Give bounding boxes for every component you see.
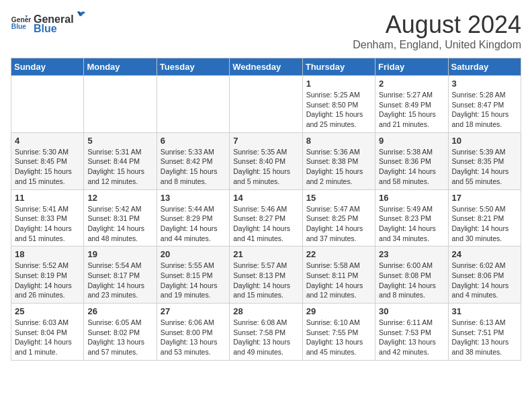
- day-number: 24: [452, 249, 517, 259]
- day-cell-text: Sunrise: 5:38 AM Sunset: 8:36 PM Dayligh…: [379, 147, 444, 187]
- day-cell: 21Sunrise: 5:57 AM Sunset: 8:13 PM Dayli…: [230, 246, 302, 304]
- title-area: August 2024 Denham, England, United King…: [353, 11, 521, 51]
- day-cell: 2Sunrise: 5:27 AM Sunset: 8:49 PM Daylig…: [375, 76, 448, 133]
- day-cell: 1Sunrise: 5:25 AM Sunset: 8:50 PM Daylig…: [302, 76, 375, 133]
- day-number: 5: [87, 136, 152, 146]
- day-cell: 23Sunrise: 6:00 AM Sunset: 8:08 PM Dayli…: [375, 246, 448, 304]
- day-number: 31: [452, 306, 517, 316]
- svg-text:Blue: Blue: [11, 23, 26, 30]
- day-cell: 17Sunrise: 5:50 AM Sunset: 8:21 PM Dayli…: [448, 189, 521, 246]
- day-cell-text: Sunrise: 5:25 AM Sunset: 8:50 PM Dayligh…: [306, 90, 371, 130]
- logo-blue-text: Blue: [34, 23, 57, 34]
- day-cell-text: Sunrise: 6:08 AM Sunset: 7:58 PM Dayligh…: [233, 318, 298, 357]
- day-cell: 27Sunrise: 6:06 AM Sunset: 8:00 PM Dayli…: [157, 304, 229, 361]
- day-cell: 4Sunrise: 5:30 AM Sunset: 8:45 PM Daylig…: [11, 132, 84, 189]
- day-cell: 15Sunrise: 5:47 AM Sunset: 8:25 PM Dayli…: [302, 189, 375, 246]
- day-number: 19: [87, 249, 152, 259]
- logo-bird-icon: [75, 11, 87, 23]
- day-cell: [157, 76, 229, 133]
- day-cell: 16Sunrise: 5:49 AM Sunset: 8:23 PM Dayli…: [375, 189, 448, 246]
- day-number: 7: [233, 136, 298, 146]
- day-cell-text: Sunrise: 5:35 AM Sunset: 8:40 PM Dayligh…: [233, 147, 298, 187]
- day-number: 23: [379, 249, 444, 259]
- day-number: 12: [87, 193, 152, 203]
- day-number: 10: [452, 136, 517, 146]
- day-cell: 10Sunrise: 5:39 AM Sunset: 8:35 PM Dayli…: [448, 132, 521, 189]
- day-number: 21: [233, 249, 298, 259]
- calendar-body: 1Sunrise: 5:25 AM Sunset: 8:50 PM Daylig…: [11, 76, 521, 361]
- day-number: 28: [233, 306, 298, 316]
- day-cell-text: Sunrise: 5:44 AM Sunset: 8:29 PM Dayligh…: [161, 204, 226, 244]
- day-cell-text: Sunrise: 5:28 AM Sunset: 8:47 PM Dayligh…: [452, 90, 517, 130]
- day-cell-text: Sunrise: 5:58 AM Sunset: 8:11 PM Dayligh…: [306, 261, 371, 300]
- week-row-2: 4Sunrise: 5:30 AM Sunset: 8:45 PM Daylig…: [11, 132, 521, 189]
- day-number: 15: [306, 193, 371, 203]
- col-header-saturday: Saturday: [448, 58, 521, 76]
- day-number: 16: [379, 193, 444, 203]
- day-number: 1: [306, 79, 371, 89]
- day-cell-text: Sunrise: 5:52 AM Sunset: 8:19 PM Dayligh…: [15, 261, 80, 300]
- day-cell: 29Sunrise: 6:10 AM Sunset: 7:55 PM Dayli…: [302, 304, 375, 361]
- day-cell: 20Sunrise: 5:55 AM Sunset: 8:15 PM Dayli…: [157, 246, 229, 304]
- day-number: 25: [15, 306, 80, 316]
- day-cell-text: Sunrise: 6:10 AM Sunset: 7:55 PM Dayligh…: [306, 318, 371, 357]
- calendar-table: SundayMondayTuesdayWednesdayThursdayFrid…: [11, 58, 521, 361]
- month-title: August 2024: [353, 11, 521, 39]
- day-cell: 9Sunrise: 5:38 AM Sunset: 8:36 PM Daylig…: [375, 132, 448, 189]
- day-cell-text: Sunrise: 5:46 AM Sunset: 8:27 PM Dayligh…: [233, 204, 298, 244]
- svg-text:General: General: [11, 16, 31, 24]
- day-cell: 25Sunrise: 6:03 AM Sunset: 8:04 PM Dayli…: [11, 304, 84, 361]
- day-cell: 30Sunrise: 6:11 AM Sunset: 7:53 PM Dayli…: [375, 304, 448, 361]
- day-cell: 31Sunrise: 6:13 AM Sunset: 7:51 PM Dayli…: [448, 304, 521, 361]
- logo: General Blue General Blue: [11, 11, 87, 35]
- day-cell: 19Sunrise: 5:54 AM Sunset: 8:17 PM Dayli…: [84, 246, 157, 304]
- day-number: 30: [379, 306, 444, 316]
- calendar-header-row: SundayMondayTuesdayWednesdayThursdayFrid…: [11, 58, 521, 76]
- day-cell: 12Sunrise: 5:42 AM Sunset: 8:31 PM Dayli…: [84, 189, 157, 246]
- day-number: 9: [379, 136, 444, 146]
- col-header-friday: Friday: [375, 58, 448, 76]
- day-cell: 28Sunrise: 6:08 AM Sunset: 7:58 PM Dayli…: [230, 304, 302, 361]
- day-cell-text: Sunrise: 6:11 AM Sunset: 7:53 PM Dayligh…: [379, 318, 444, 357]
- day-cell-text: Sunrise: 5:36 AM Sunset: 8:38 PM Dayligh…: [306, 147, 371, 187]
- col-header-tuesday: Tuesday: [157, 58, 229, 76]
- day-cell: 18Sunrise: 5:52 AM Sunset: 8:19 PM Dayli…: [11, 246, 84, 304]
- day-cell-text: Sunrise: 5:42 AM Sunset: 8:31 PM Dayligh…: [87, 204, 152, 244]
- day-cell: 11Sunrise: 5:41 AM Sunset: 8:33 PM Dayli…: [11, 189, 84, 246]
- week-row-5: 25Sunrise: 6:03 AM Sunset: 8:04 PM Dayli…: [11, 304, 521, 361]
- col-header-thursday: Thursday: [302, 58, 375, 76]
- location: Denham, England, United Kingdom: [353, 39, 521, 51]
- day-number: 17: [452, 193, 517, 203]
- day-cell: 7Sunrise: 5:35 AM Sunset: 8:40 PM Daylig…: [230, 132, 302, 189]
- day-number: 29: [306, 306, 371, 316]
- day-cell-text: Sunrise: 5:39 AM Sunset: 8:35 PM Dayligh…: [452, 147, 517, 187]
- day-cell: [11, 76, 84, 133]
- day-cell-text: Sunrise: 5:49 AM Sunset: 8:23 PM Dayligh…: [379, 204, 444, 244]
- day-cell: 6Sunrise: 5:33 AM Sunset: 8:42 PM Daylig…: [157, 132, 229, 189]
- day-cell: 22Sunrise: 5:58 AM Sunset: 8:11 PM Dayli…: [302, 246, 375, 304]
- day-cell-text: Sunrise: 5:41 AM Sunset: 8:33 PM Dayligh…: [15, 204, 80, 244]
- col-header-sunday: Sunday: [11, 58, 84, 76]
- day-cell: 5Sunrise: 5:31 AM Sunset: 8:44 PM Daylig…: [84, 132, 157, 189]
- day-cell-text: Sunrise: 6:06 AM Sunset: 8:00 PM Dayligh…: [161, 318, 226, 357]
- day-number: 13: [161, 193, 226, 203]
- day-cell: 3Sunrise: 5:28 AM Sunset: 8:47 PM Daylig…: [448, 76, 521, 133]
- day-cell: 13Sunrise: 5:44 AM Sunset: 8:29 PM Dayli…: [157, 189, 229, 246]
- day-cell-text: Sunrise: 5:30 AM Sunset: 8:45 PM Dayligh…: [15, 147, 80, 187]
- col-header-monday: Monday: [84, 58, 157, 76]
- day-cell: 24Sunrise: 6:02 AM Sunset: 8:06 PM Dayli…: [448, 246, 521, 304]
- day-cell: [84, 76, 157, 133]
- day-cell-text: Sunrise: 6:13 AM Sunset: 7:51 PM Dayligh…: [452, 318, 517, 357]
- day-cell-text: Sunrise: 5:27 AM Sunset: 8:49 PM Dayligh…: [379, 90, 444, 130]
- day-cell: 14Sunrise: 5:46 AM Sunset: 8:27 PM Dayli…: [230, 189, 302, 246]
- day-number: 11: [15, 193, 80, 203]
- day-cell: [230, 76, 302, 133]
- logo-icon: General Blue: [11, 15, 31, 30]
- day-cell: 8Sunrise: 5:36 AM Sunset: 8:38 PM Daylig…: [302, 132, 375, 189]
- day-number: 2: [379, 79, 444, 89]
- day-number: 22: [306, 249, 371, 259]
- day-cell-text: Sunrise: 6:05 AM Sunset: 8:02 PM Dayligh…: [87, 318, 152, 357]
- day-number: 3: [452, 79, 517, 89]
- day-cell-text: Sunrise: 5:55 AM Sunset: 8:15 PM Dayligh…: [161, 261, 226, 300]
- day-number: 18: [15, 249, 80, 259]
